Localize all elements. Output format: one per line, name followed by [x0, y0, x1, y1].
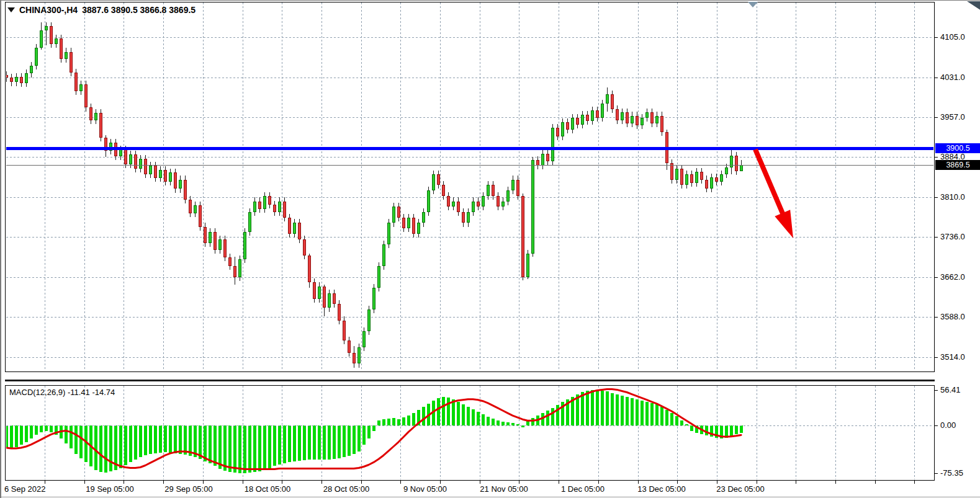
candle — [333, 293, 336, 304]
candle — [258, 202, 261, 209]
candle — [74, 73, 78, 92]
macd-tick — [935, 390, 938, 391]
candle — [586, 115, 589, 121]
candle — [571, 118, 574, 130]
candle — [392, 207, 395, 223]
price-axis[interactable]: 4105.04031.03957.03884.03810.03736.03662… — [935, 1, 980, 498]
time-tick — [321, 481, 322, 484]
candle — [705, 180, 708, 189]
candle — [636, 116, 639, 126]
date-label: 21 Nov 05:00 — [480, 484, 528, 494]
candle — [10, 78, 13, 82]
grid-line-horizontal — [6, 357, 933, 358]
candle — [626, 112, 629, 123]
candle — [437, 174, 440, 185]
candle — [715, 177, 718, 182]
grid-line-vertical — [440, 2, 441, 371]
candle — [447, 196, 450, 207]
candle — [566, 122, 569, 130]
candle — [30, 66, 33, 73]
macd-plot-area[interactable] — [6, 386, 933, 479]
candle — [685, 174, 688, 185]
candle — [283, 202, 286, 218]
candle — [735, 156, 738, 171]
panel-splitter[interactable] — [5, 380, 935, 381]
candle — [263, 196, 266, 209]
grid-line-horizontal — [6, 117, 933, 118]
corner-triangle-icon[interactable] — [967, 1, 980, 11]
candle — [15, 77, 18, 82]
macd-axis-label: 56.41 — [940, 385, 961, 394]
price-axis-label: 3662.0 — [940, 272, 965, 282]
candle — [616, 109, 619, 120]
grid-line-vertical — [559, 2, 559, 371]
candle — [546, 154, 549, 161]
candle — [427, 190, 430, 212]
candle — [223, 239, 227, 258]
chart-window: CHINA300-,H4 3887.6 3890.5 3866.8 3869.5… — [0, 0, 980, 498]
candle — [690, 174, 693, 183]
price-tick — [935, 357, 938, 358]
candle — [65, 52, 68, 59]
candle — [402, 218, 405, 228]
candle — [209, 232, 212, 242]
price-axis-label: 4105.0 — [940, 32, 965, 42]
date-label: 19 Sep 05:00 — [86, 484, 133, 494]
chart-shift-marker-icon[interactable] — [748, 2, 758, 7]
candle — [343, 321, 346, 340]
price-tick — [935, 157, 938, 158]
date-label: 28 Oct 05:00 — [323, 484, 369, 494]
candle — [641, 118, 644, 125]
candle — [596, 110, 599, 118]
candle — [621, 112, 624, 120]
price-tick — [935, 237, 938, 238]
candle — [730, 156, 733, 167]
candle — [511, 180, 515, 190]
candlestick-plot-area[interactable] — [6, 2, 933, 371]
candle — [740, 165, 743, 171]
candle — [457, 202, 460, 212]
time-tick — [400, 481, 401, 484]
time-tick — [361, 481, 362, 484]
candle — [576, 118, 579, 124]
candle — [367, 309, 371, 331]
candle — [154, 166, 157, 178]
symbol-header: CHINA300-,H4 3887.6 3890.5 3866.8 3869.5 — [7, 5, 196, 15]
candle — [720, 174, 723, 182]
candle — [338, 304, 341, 320]
candle — [601, 104, 604, 118]
candle — [164, 170, 167, 182]
candle — [348, 340, 351, 353]
grid-line-vertical — [361, 2, 362, 371]
price-axis-label: 3588.0 — [940, 312, 965, 321]
candle — [581, 115, 584, 125]
grid-line-vertical — [638, 2, 639, 371]
date-label: 18 Oct 05:00 — [245, 484, 290, 494]
grid-line-horizontal — [6, 78, 933, 78]
candle — [531, 160, 534, 254]
candle — [492, 185, 495, 195]
grid-line-vertical — [400, 2, 401, 371]
candle — [119, 149, 122, 156]
current-price-line — [6, 165, 933, 166]
candle — [60, 38, 63, 59]
time-axis[interactable]: 6 Sep 202219 Sep 05:0029 Sep 05:0018 Oct… — [1, 481, 980, 497]
grid-line-horizontal — [6, 37, 933, 38]
candle — [6, 75, 8, 78]
candle — [591, 110, 594, 121]
candle — [362, 331, 366, 347]
candle — [194, 205, 197, 213]
time-tick — [875, 481, 876, 484]
candle — [397, 207, 400, 217]
price-tick — [935, 37, 938, 38]
candle — [84, 84, 88, 108]
time-tick — [84, 481, 85, 484]
candle — [318, 287, 321, 299]
candle — [472, 202, 475, 212]
candle — [501, 202, 505, 207]
collapse-triangle-icon[interactable] — [7, 7, 15, 12]
candle — [655, 116, 659, 123]
price-tick — [935, 277, 938, 278]
resistance-line[interactable] — [6, 147, 933, 150]
grid-line-vertical — [875, 2, 876, 371]
